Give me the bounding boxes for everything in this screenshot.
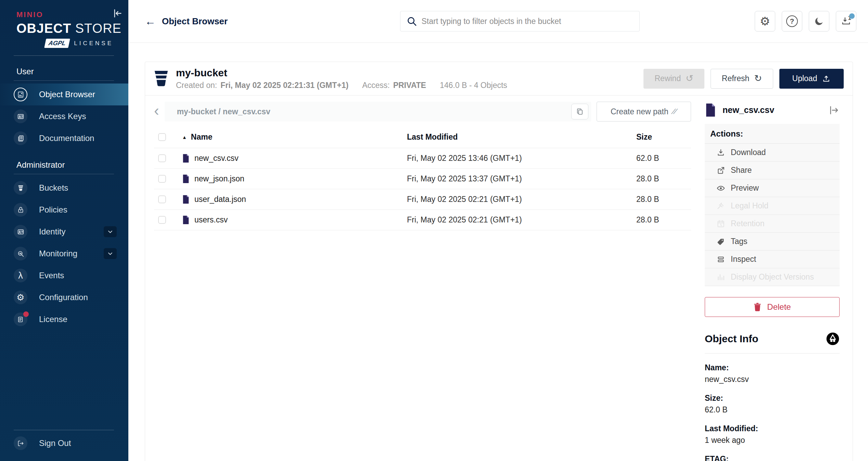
sidebar-item-policies[interactable]: Policies <box>0 199 128 221</box>
bucket-header: my-bucket Created on: Fri, May 02 2025 0… <box>145 62 853 95</box>
object-size: 28.0 B <box>636 174 691 183</box>
divider <box>705 353 840 354</box>
path-row: ‹ my-bucket / new_csv.csv Create new pat… <box>154 102 691 121</box>
sign-out-button[interactable]: Sign Out <box>0 430 128 456</box>
new-path-icon: ∕∕ <box>673 107 677 116</box>
file-icon <box>182 215 190 225</box>
back-to-buckets[interactable]: ← Object Browser <box>145 16 228 27</box>
bucket-icon <box>153 70 169 88</box>
agpl-badge: AGPL <box>44 39 70 48</box>
table-row[interactable]: user_data.json Fri, May 02 2025 02:21 (G… <box>154 189 691 210</box>
collapse-sidebar-icon[interactable] <box>111 8 123 19</box>
table-row[interactable]: new_json.json Fri, May 02 2025 13:37 (GM… <box>154 169 691 189</box>
refresh-button[interactable]: Refresh ↻ <box>711 69 773 89</box>
divider <box>14 80 114 81</box>
downloads-notification-dot <box>849 13 855 19</box>
row-checkbox[interactable] <box>158 216 166 224</box>
object-list-pane: ‹ my-bucket / new_csv.csv Create new pat… <box>145 95 705 461</box>
refresh-icon: ↻ <box>754 74 762 83</box>
sidebar-item-access-keys[interactable]: Access Keys <box>0 105 128 127</box>
search-icon <box>406 16 417 27</box>
chevron-down-icon[interactable] <box>104 248 117 259</box>
access-label: Access: <box>362 81 390 90</box>
minio-console: MINIO OBJECT STORE AGPL LICENSE User Obj… <box>0 0 868 461</box>
legal-hold-gavel-icon <box>716 202 725 210</box>
chevron-down-icon[interactable] <box>104 226 117 237</box>
sidebar-item-object-browser[interactable]: Object Browser <box>0 84 128 105</box>
action-download[interactable]: Download <box>705 144 840 162</box>
sidebar-item-events[interactable]: λ Events <box>0 265 128 286</box>
sidebar-item-buckets[interactable]: Buckets <box>0 177 128 199</box>
dark-mode-button[interactable] <box>809 11 829 31</box>
bucket-titles: my-bucket Created on: Fri, May 02 2025 0… <box>176 67 507 90</box>
sidebar-item-license[interactable]: License <box>0 308 128 330</box>
path-back-icon[interactable]: ‹ <box>154 103 159 118</box>
share-icon <box>716 166 725 175</box>
object-last-modified: Fri, May 02 2025 13:37 (GMT+1) <box>407 174 636 183</box>
upload-icon <box>822 74 831 83</box>
upload-button[interactable]: Upload <box>779 69 844 89</box>
sidebar-item-label: Buckets <box>39 183 68 193</box>
table-row[interactable]: users.csv Fri, May 02 2025 02:21 (GMT+1)… <box>154 210 691 230</box>
bucket-browser-card: my-bucket Created on: Fri, May 02 2025 0… <box>145 62 853 461</box>
section-label: Administrator <box>16 160 128 170</box>
row-checkbox[interactable] <box>158 195 166 203</box>
object-name: user_data.json <box>194 195 246 204</box>
action-share[interactable]: Share <box>705 162 840 179</box>
license-icon <box>14 312 27 326</box>
action-preview[interactable]: Preview <box>705 179 840 197</box>
help-button[interactable]: ? <box>782 11 802 31</box>
action-legal-hold: Legal Hold <box>705 197 840 215</box>
tags-icon <box>716 237 725 246</box>
action-inspect[interactable]: Inspect <box>705 251 840 268</box>
actions-box: Actions: Download Share P <box>705 124 840 286</box>
object-last-modified: Fri, May 02 2025 02:21 (GMT+1) <box>407 195 636 204</box>
sidebar-item-identity[interactable]: Identity <box>0 221 128 243</box>
table-header: ▲ Name Last Modified Size <box>154 126 691 148</box>
drawer-header: new_csv.csv <box>705 103 840 117</box>
file-icon <box>182 154 190 163</box>
downloads-button[interactable]: 1 <box>836 11 856 31</box>
download-icon <box>716 148 725 157</box>
sidebar: MINIO OBJECT STORE AGPL LICENSE User Obj… <box>0 0 128 461</box>
bucket-name: my-bucket <box>176 67 507 79</box>
bucket-header-buttons: Rewind ↺ Refresh ↻ Upload <box>643 69 844 89</box>
action-retention: Retention <box>705 215 840 233</box>
sidebar-item-configuration[interactable]: ⚙ Configuration <box>0 286 128 308</box>
sign-out-label: Sign Out <box>39 438 71 448</box>
sidebar-item-label: Object Browser <box>39 90 95 99</box>
identity-icon <box>14 225 27 239</box>
action-tags[interactable]: Tags <box>705 233 840 251</box>
back-arrow-icon[interactable]: ← <box>145 16 156 27</box>
actions-title: Actions: <box>705 124 840 144</box>
info-field-etag: ETAG: 56b18c023cd9cfcb6294f1caf2c80442 <box>705 454 840 461</box>
dark-mode-moon-icon <box>814 16 824 26</box>
object-name: users.csv <box>194 215 228 225</box>
topbar: ← Object Browser ⚙ ? <box>128 0 868 43</box>
object-info-title: Object Info <box>705 333 758 345</box>
column-header-name[interactable]: ▲ Name <box>182 132 407 142</box>
sidebar-section-user: User Object Browser Access Keys Document… <box>0 67 128 149</box>
column-header-last-modified[interactable]: Last Modified <box>407 132 636 142</box>
table-row[interactable]: new_csv.csv Fri, May 02 2025 13:46 (GMT+… <box>154 148 691 169</box>
create-new-path-button[interactable]: Create new path ∕∕ <box>597 102 691 121</box>
column-header-size[interactable]: Size <box>636 132 691 142</box>
select-all-checkbox[interactable] <box>158 133 166 141</box>
object-size: 28.0 B <box>636 195 691 204</box>
rewind-button[interactable]: Rewind ↺ <box>643 69 704 89</box>
delete-button[interactable]: Delete <box>705 297 840 317</box>
sidebar-item-documentation[interactable]: Documentation <box>0 127 128 149</box>
preview-eye-icon <box>716 184 725 193</box>
product-name: OBJECT STORE <box>16 21 113 36</box>
sidebar-item-monitoring[interactable]: Monitoring <box>0 243 128 265</box>
settings-button[interactable]: ⚙ <box>755 11 775 31</box>
sign-out-icon <box>14 436 27 450</box>
search-input[interactable] <box>400 11 640 31</box>
copy-path-button[interactable] <box>571 104 588 119</box>
row-checkbox[interactable] <box>158 175 166 183</box>
versions-icon <box>716 273 725 282</box>
row-checkbox[interactable] <box>158 154 166 162</box>
brand-name: MINIO <box>16 10 113 19</box>
content: my-bucket Created on: Fri, May 02 2025 0… <box>128 43 868 461</box>
collapse-drawer-icon[interactable] <box>828 104 840 116</box>
